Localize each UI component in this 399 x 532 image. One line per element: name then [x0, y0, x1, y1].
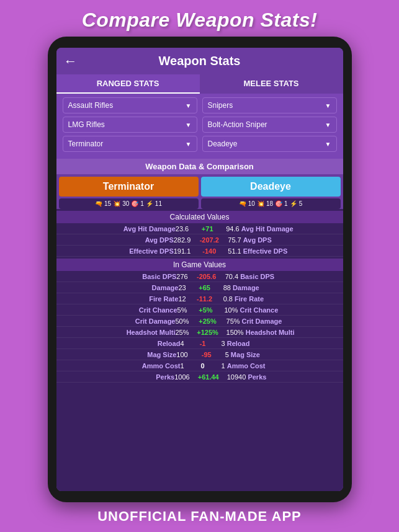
table-row: Fire Rate 12 -11.2 0.8 Fire Rate	[56, 293, 343, 304]
dropdown-subcategory-left[interactable]: LMG Rifles ▼	[63, 117, 197, 133]
table-row: Crit Damage 50% +25% 75% Crit Damage	[56, 316, 343, 327]
dropdown-category-right[interactable]: Snipers ▼	[202, 97, 337, 113]
table-row: Avg Hit Damage 23.6 +71 94.6 Avg Hit Dam…	[56, 223, 343, 234]
table-row: Headshot Multi 25% +125% 150% Headshot M…	[56, 327, 343, 338]
dropdown-weapon-right[interactable]: Deadeye ▼	[202, 136, 337, 152]
table-row: Effective DPS 191.1 -140 51.1 Effective …	[56, 246, 343, 257]
weapon-names-row: Terminator Deadeye	[56, 177, 343, 197]
weapon-icons-row: 🔫15 💥30 🎯1 ⚡11 🔫10 💥18 🎯1 ⚡5	[56, 198, 343, 209]
calculated-header: Calculated Values	[56, 211, 343, 223]
dropdowns-section: Assault Rifles ▼ Snipers ▼ LMG Rifles ▼ …	[56, 94, 343, 159]
bottom-title: UNOFFICIAL FAN-MADE APP	[91, 502, 308, 532]
back-button[interactable]: ←	[64, 53, 78, 69]
table-row: Basic DPS 276 -205.6 70.4 Basic DPS	[56, 271, 343, 282]
tab-ranged[interactable]: RANGED STATS	[56, 74, 200, 94]
table-row: Reload 4 -1 3 Reload	[56, 338, 343, 349]
tab-bar: RANGED STATS MELEE STATS	[56, 74, 343, 94]
weapon-name-left: Terminator	[59, 177, 199, 197]
table-row: Damage 23 +65 88 Damage	[56, 282, 343, 293]
table-row: Ammo Cost 1 0 1 Ammo Cost	[56, 360, 343, 371]
ingame-header: In Game Values	[56, 259, 343, 271]
comparison-section-label: Weapon Data & Comparison	[56, 159, 343, 174]
stats-table: Calculated Values Avg Hit Damage 23.6 +7…	[56, 209, 343, 491]
app-header: ← Weapon Stats	[56, 48, 343, 74]
weapon-icons-right: 🔫10 💥18 🎯1 ⚡5	[201, 198, 341, 209]
table-row: Perks 1006 +61.44 10940 Perks	[56, 371, 343, 383]
screen: ← Weapon Stats RANGED STATS MELEE STATS …	[56, 48, 343, 491]
weapon-name-right: Deadeye	[201, 177, 341, 197]
dropdown-category-left[interactable]: Assault Rifles ▼	[63, 97, 197, 113]
weapon-icons-left: 🔫15 💥30 🎯1 ⚡11	[59, 198, 199, 209]
top-title: Compare Weapon Stats!	[76, 0, 324, 37]
table-row: Avg DPS 282.9 -207.2 75.7 Avg DPS	[56, 234, 343, 246]
table-row: Mag Size 100 -95 5 Mag Size	[56, 349, 343, 360]
page-title: Weapon Stats	[159, 54, 241, 68]
dropdown-weapon-left[interactable]: Terminator ▼	[63, 136, 197, 152]
tab-melee[interactable]: MELEE STATS	[200, 74, 343, 94]
table-row: Crit Chance 5% +5% 10% Crit Chance	[56, 304, 343, 316]
dropdown-subcategory-right[interactable]: Bolt-Action Sniper ▼	[202, 117, 337, 133]
device-wrapper: ← Weapon Stats RANGED STATS MELEE STATS …	[48, 37, 352, 502]
